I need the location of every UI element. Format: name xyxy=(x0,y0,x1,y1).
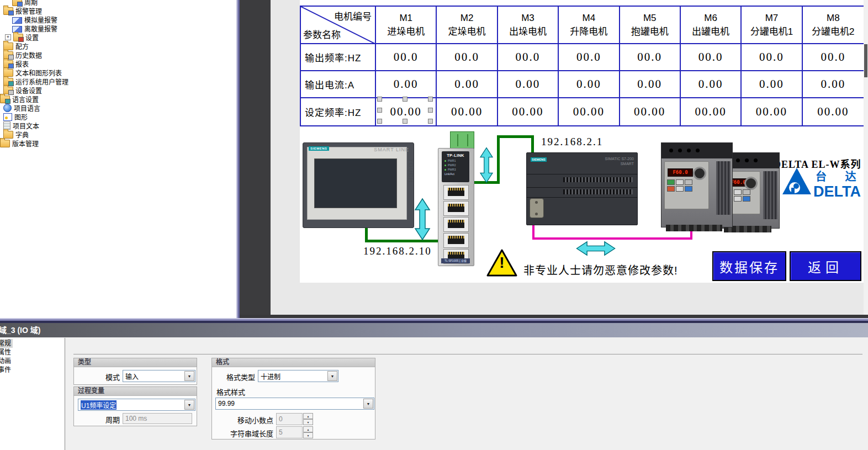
io-field[interactable]: 00.0 xyxy=(559,44,620,71)
io-field[interactable]: 00.00 xyxy=(498,98,559,125)
table-header-M3[interactable]: M3出垛电机 xyxy=(498,7,559,44)
hmi-screen-canvas[interactable]: 电机编号参数名称M1进垛电机M2定垛电机M3出垛电机M4升降电机M5抱罐电机M6… xyxy=(300,0,864,283)
vfd-drive-1-image[interactable]: F60.0 xyxy=(661,142,733,227)
dropdown-arrow-icon[interactable] xyxy=(184,371,194,381)
history-data-folder-icon xyxy=(3,51,13,59)
sidebar-item-6[interactable]: 历史数据 xyxy=(0,50,236,59)
io-field[interactable]: 00.00 xyxy=(559,98,620,125)
properties-nav-1[interactable]: 属性 xyxy=(0,348,13,357)
io-field[interactable]: 00.0 xyxy=(620,44,681,71)
io-field[interactable]: 0.00 xyxy=(437,71,497,98)
hmi-ip-label[interactable]: 192.168.2.10 xyxy=(363,245,432,257)
process-tag-value: U1频率设定 xyxy=(81,400,117,410)
table-header-M2[interactable]: M2定垛电机 xyxy=(437,7,497,44)
properties-nav-2[interactable]: 动画 xyxy=(0,357,13,366)
io-field[interactable]: 00.00 xyxy=(742,98,802,125)
sidebar-item-16[interactable]: 版本管理 xyxy=(0,139,236,147)
io-field[interactable]: 00.0 xyxy=(803,44,864,71)
sidebar-item-14[interactable]: 项目文本 xyxy=(0,121,236,130)
properties-nav-3[interactable]: 事件 xyxy=(0,366,13,374)
plc-image[interactable]: SIEMENS SIMATIC S7-200 SMART xyxy=(526,152,638,225)
switch-plc-arrow-icon[interactable] xyxy=(479,147,494,183)
io-field[interactable]: 0.00 xyxy=(803,71,864,98)
row-label[interactable]: 输出电流:A xyxy=(301,71,376,98)
table-corner-cell[interactable]: 电机编号参数名称 xyxy=(301,7,376,44)
rj45-port-1 xyxy=(443,185,469,200)
io-field[interactable]: 00.00 xyxy=(376,98,437,125)
vfd-key xyxy=(676,186,684,192)
scrollbar-thumb[interactable] xyxy=(864,44,867,77)
decimal-shift-label: 移动小数点 xyxy=(222,415,273,425)
device-settings-folder-icon xyxy=(3,87,13,94)
sidebar-item-label: 文本和图形列表 xyxy=(15,68,62,77)
spinner-down-icon[interactable] xyxy=(303,432,313,438)
io-field[interactable]: 00.00 xyxy=(681,98,742,125)
sidebar-item-9[interactable]: 运行系统用户管理 xyxy=(0,77,236,86)
table-header-M5[interactable]: M5抱罐电机 xyxy=(620,7,681,44)
sidebar-item-4[interactable]: +设置 xyxy=(0,33,236,41)
io-field[interactable]: 00.0 xyxy=(437,44,497,71)
decimal-shift-value: 0 xyxy=(276,413,303,425)
table-header-M8[interactable]: M8分罐电机2 xyxy=(803,7,864,44)
io-field[interactable]: 00.0 xyxy=(376,44,437,71)
sidebar-item-5[interactable]: 配方 xyxy=(0,41,236,50)
format-type-value: 十进制 xyxy=(261,372,280,381)
plc-ip-label[interactable]: 192.168.2.1 xyxy=(541,136,603,148)
plc-vfd-arrow-icon[interactable] xyxy=(574,241,617,256)
sidebar-item-7[interactable]: 报表 xyxy=(0,59,236,68)
save-data-button[interactable]: 数据保存 xyxy=(712,251,786,281)
horizontal-splitter[interactable] xyxy=(0,318,868,323)
spinner-up-icon[interactable] xyxy=(303,426,313,432)
sidebar-item-11[interactable]: 语言设置 xyxy=(0,94,236,103)
io-field[interactable]: 0.00 xyxy=(681,71,742,98)
io-field[interactable]: 00.0 xyxy=(681,44,742,71)
format-pattern-dropdown[interactable]: 99.99 xyxy=(215,398,374,410)
motor-name: 升降电机 xyxy=(570,25,607,39)
mode-dropdown[interactable]: 输入 xyxy=(123,370,195,382)
sidebar-item-12[interactable]: 项目语言 xyxy=(0,103,236,112)
hmi-switch-arrow-icon[interactable] xyxy=(414,198,431,241)
sidebar-item-10[interactable]: 设备设置 xyxy=(0,86,236,94)
io-field[interactable]: 00.0 xyxy=(742,44,802,71)
io-field[interactable]: 0.00 xyxy=(559,71,620,98)
io-field[interactable]: 0.00 xyxy=(742,71,802,98)
warning-exclamation: ! xyxy=(486,254,518,272)
row-label[interactable]: 设定频率:HZ xyxy=(301,98,376,125)
spinner-up-icon[interactable] xyxy=(303,413,313,419)
format-type-dropdown[interactable]: 十进制 xyxy=(258,370,338,382)
cycle-input: 100 ms xyxy=(123,413,192,424)
io-field[interactable]: 0.00 xyxy=(498,71,559,98)
io-field[interactable]: 00.00 xyxy=(620,98,681,125)
row-label[interactable]: 输出频率:HZ xyxy=(301,44,376,71)
process-tag-dropdown[interactable]: U1频率设定 xyxy=(78,399,195,411)
hmi-panel-image[interactable]: SIEMENS SMART LINE TOUCH xyxy=(303,142,414,228)
sidebar-item-3[interactable]: 离散量报警 xyxy=(0,24,236,33)
spinner-down-icon[interactable] xyxy=(303,419,313,425)
sidebar-item-0[interactable]: 周期 xyxy=(0,0,236,6)
sidebar-item-2[interactable]: 模拟量报警 xyxy=(0,15,236,24)
io-field[interactable]: 00.00 xyxy=(437,98,497,125)
rj45-port-2 xyxy=(443,201,469,216)
sidebar-item-label: 图形 xyxy=(14,112,28,121)
sidebar-item-15[interactable]: 字典 xyxy=(0,130,236,139)
table-header-M4[interactable]: M4升降电机 xyxy=(559,7,620,44)
sidebar-item-1[interactable]: 报警管理 xyxy=(0,6,236,15)
sidebar-item-13[interactable]: 图形 xyxy=(0,112,236,121)
io-field[interactable]: 0.00 xyxy=(620,71,681,98)
io-field[interactable]: 0.00 xyxy=(376,71,437,98)
dropdown-arrow-icon[interactable] xyxy=(327,371,337,381)
back-button[interactable]: 返回 xyxy=(790,251,861,281)
io-field[interactable]: 00.0 xyxy=(498,44,559,71)
dropdown-arrow-icon[interactable] xyxy=(363,399,373,409)
io-field[interactable]: 00.00 xyxy=(803,98,864,125)
ethernet-switch-image[interactable]: TP-LINK PWR1PWR2PWR3 Link/Act TL-SF1005工… xyxy=(438,148,474,266)
sidebar-item-label: 历史数据 xyxy=(15,50,42,60)
expand-icon[interactable]: + xyxy=(5,34,11,40)
table-header-M1[interactable]: M1进垛电机 xyxy=(376,7,437,44)
dropdown-arrow-icon[interactable] xyxy=(184,400,194,410)
sidebar-item-8[interactable]: 文本和图形列表 xyxy=(0,68,236,77)
table-header-M7[interactable]: M7分罐电机1 xyxy=(742,7,802,44)
properties-nav-0[interactable]: 常规 xyxy=(0,339,13,348)
table-header-M6[interactable]: M6出罐电机 xyxy=(681,7,742,44)
vertical-scrollbar[interactable] xyxy=(864,0,868,315)
